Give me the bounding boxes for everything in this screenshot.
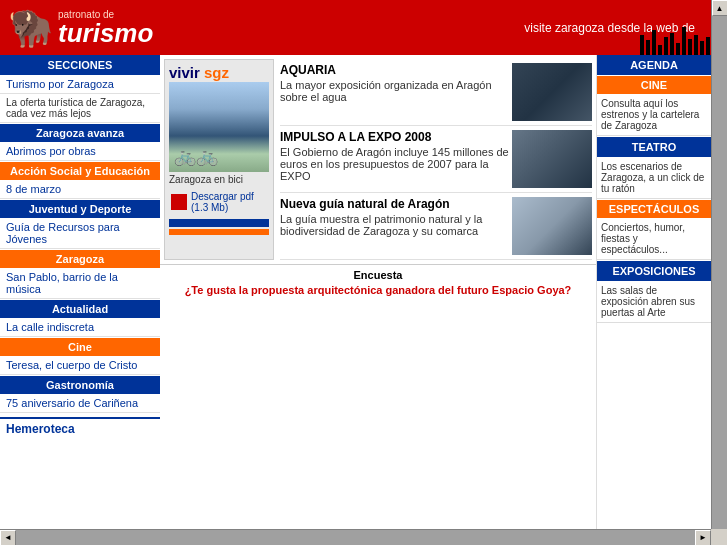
sidebar-item-guia[interactable]: Guía de Recursos para Jóvenes [0, 218, 160, 249]
right-content-exposiciones: Las salas de exposición abren sus puerta… [597, 281, 711, 323]
scroll-track-horizontal[interactable] [16, 530, 695, 546]
blue-bar [169, 219, 269, 227]
sidebar-section-cine[interactable]: Cine [0, 338, 160, 356]
news-desc-aquaria: La mayor exposición organizada en Aragón… [280, 79, 512, 103]
vertical-scrollbar[interactable]: ▲ ▼ [711, 0, 727, 545]
bike-image: 🚲🚲 [169, 82, 269, 172]
left-sidebar: SECCIONES Turismo por Zaragoza La oferta… [0, 55, 160, 529]
right-content-cine: Consulta aquí los estrenos y la carteler… [597, 94, 711, 136]
news-title-expo: IMPULSO A LA EXPO 2008 [280, 130, 512, 144]
city-skyline [639, 25, 711, 55]
banner-logo: 🦬 [8, 7, 53, 49]
sidebar-item-carinena[interactable]: 75 aniversario de Cariñena [0, 394, 160, 413]
sidebar-item-sanpablo[interactable]: San Pablo, barrio de la música [0, 268, 160, 299]
scrollbar-corner [711, 529, 727, 545]
news-desc-aragon: La guía muestra el patrimonio natural y … [280, 213, 512, 237]
vivirsgz-box: vivir sgz 🚲🚲 Zaragoza en bici Descargar … [164, 59, 274, 260]
news-image-expo [512, 130, 592, 188]
pdf-label[interactable]: Descargar pdf (1.3 Mb) [191, 191, 267, 213]
right-header-teatro: TEATRO [597, 137, 711, 157]
news-title-aquaria: AQUARIA [280, 63, 512, 77]
sidebar-item-teresa[interactable]: Teresa, el cuerpo de Cristo [0, 356, 160, 375]
news-item-expo: IMPULSO A LA EXPO 2008 El Gobierno de Ar… [280, 126, 592, 193]
right-content-teatro: Los escenarios de Zaragoza, a un click d… [597, 157, 711, 199]
right-header-exposiciones: EXPOSICIONES [597, 261, 711, 281]
scroll-right-button[interactable]: ► [695, 530, 711, 546]
banner-turismo: turismo [58, 20, 153, 46]
pdf-icon [171, 194, 187, 210]
scroll-up-button[interactable]: ▲ [712, 0, 728, 16]
vivirsgz-title: vivir sgz [169, 64, 269, 82]
encuesta-section: Encuesta ¿Te gusta la propuesta arquitec… [160, 264, 596, 300]
right-content-espectaculos: Conciertos, humor, fiestas y espectáculo… [597, 218, 711, 260]
right-header-agenda: AGENDA [597, 55, 711, 75]
news-item-aragon: Nueva guía natural de Aragón La guía mue… [280, 193, 592, 260]
sidebar-section-accion[interactable]: Acción Social y Educación [0, 162, 160, 180]
vivirsgz-vivir: vivir [169, 64, 200, 81]
vivirsgz-subtitle: Zaragoza en bici [169, 172, 269, 187]
news-desc-expo: El Gobierno de Aragón incluye 145 millon… [280, 146, 512, 182]
news-image-aquaria [512, 63, 592, 121]
horizontal-scrollbar[interactable]: ◄ ► [0, 529, 711, 545]
top-banner: 🦬 patronato de turismo visite zaragoza d… [0, 0, 711, 55]
encuesta-title: Encuesta [164, 269, 592, 281]
right-sidebar: AGENDA CINE Consulta aquí los estrenos y… [596, 55, 711, 529]
sidebar-section-juventud[interactable]: Juventud y Deporte [0, 200, 160, 218]
news-title-aragon: Nueva guía natural de Aragón [280, 197, 512, 211]
sidebar-item-oferta[interactable]: La oferta turística de Zaragoza, cada ve… [0, 94, 160, 123]
sidebar-item-turismo[interactable]: Turismo por Zaragoza [0, 75, 160, 94]
hemeroteca-section: Hemeroteca [0, 417, 160, 439]
hemeroteca-title[interactable]: Hemeroteca [6, 422, 75, 436]
sidebar-item-marzo[interactable]: 8 de marzo [0, 180, 160, 199]
vivirsgz-sgz: sgz [204, 64, 229, 81]
sidebar-section-gastronomia[interactable]: Gastronomía [0, 376, 160, 394]
sidebar-item-abrimos[interactable]: Abrimos por obras [0, 142, 160, 161]
news-image-aragon [512, 197, 592, 255]
center-content: vivir sgz 🚲🚲 Zaragoza en bici Descargar … [160, 55, 596, 529]
sidebar-section-zaragoza[interactable]: Zaragoza [0, 250, 160, 268]
news-column: AQUARIA La mayor exposición organizada e… [280, 59, 592, 260]
sidebar-section-zaragoza-avanza[interactable]: Zaragoza avanza [0, 124, 160, 142]
news-item-aquaria: AQUARIA La mayor exposición organizada e… [280, 59, 592, 126]
sidebar-section-actualidad[interactable]: Actualidad [0, 300, 160, 318]
right-header-espectaculos: ESPECTÁCULOS [597, 200, 711, 218]
right-header-cine: CINE [597, 76, 711, 94]
encuesta-question[interactable]: ¿Te gusta la propuesta arquitectónica ga… [164, 284, 592, 296]
sidebar-header: SECCIONES [0, 55, 160, 75]
scroll-left-button[interactable]: ◄ [0, 530, 16, 546]
sidebar-item-calle[interactable]: La calle indiscreta [0, 318, 160, 337]
pdf-download[interactable]: Descargar pdf (1.3 Mb) [169, 187, 269, 217]
scroll-track-vertical[interactable] [712, 16, 728, 529]
orange-bar [169, 229, 269, 235]
